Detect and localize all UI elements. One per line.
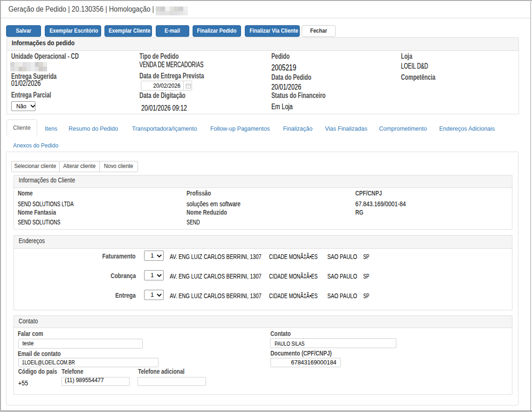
svg-text:7: 7 <box>187 85 189 88</box>
